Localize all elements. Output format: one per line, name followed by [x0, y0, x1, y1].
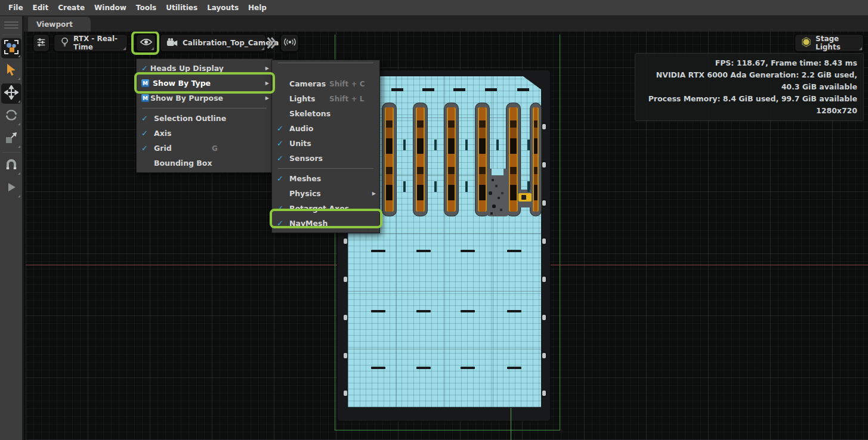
- menu-item-show-by-purpose[interactable]: M Show By Purpose ▶: [137, 91, 273, 106]
- left-toolbar: [0, 16, 24, 440]
- aisle-mark: [527, 181, 530, 192]
- stage-lights-button[interactable]: Stage Lights: [795, 34, 864, 52]
- menu-item-selection-outline[interactable]: ✓ Selection Outline: [137, 111, 273, 126]
- menu-item-show-by-type[interactable]: M Show By Type ▶: [137, 76, 273, 91]
- floor-dash: [416, 367, 431, 369]
- magnet-icon: [4, 157, 18, 174]
- mixed-state-icon: M: [141, 94, 149, 102]
- aisle-mark: [403, 181, 406, 192]
- hud-fps-line: FPS: 118.67, Frame time: 8.43 ms: [641, 57, 857, 69]
- viewport-settings-button[interactable]: [33, 34, 50, 52]
- move-tool-button[interactable]: [1, 83, 21, 104]
- wall-post: [542, 315, 546, 320]
- check-icon: ✓: [277, 204, 283, 213]
- shortcut-label: G: [212, 144, 269, 153]
- wall-post: [344, 315, 347, 320]
- check-icon: ✓: [141, 129, 148, 138]
- menu-item-grid[interactable]: ✓ Grid G: [137, 141, 273, 156]
- selection-mode-tool-button[interactable]: [1, 38, 21, 58]
- camera-select-button[interactable]: Calibration_Top_Camera: [160, 34, 266, 52]
- floor-dash: [461, 250, 475, 252]
- floor-dash: [416, 310, 431, 312]
- menu-separator: [143, 108, 267, 109]
- floor-dash: [371, 310, 385, 312]
- menu-separator: [278, 168, 373, 169]
- floor-dash: [507, 310, 521, 312]
- cursor-icon: [4, 63, 18, 79]
- menu-window[interactable]: Window: [89, 4, 131, 12]
- menu-tools[interactable]: Tools: [131, 4, 161, 12]
- aisle-mark: [434, 140, 437, 150]
- wall-post: [344, 277, 347, 282]
- aisle-mark: [403, 140, 406, 150]
- menu-bar: File Edit Create Window Tools Utilities …: [0, 0, 868, 16]
- floor-dash: [453, 88, 465, 91]
- scattered-objects: [492, 179, 494, 181]
- hud-memory-line: Process Memory: 8.4 GiB used, 99.7 GiB a…: [641, 93, 857, 105]
- check-icon: ✓: [277, 154, 283, 163]
- wall-post: [542, 353, 546, 358]
- play-button[interactable]: [1, 178, 21, 199]
- snap-tool-button[interactable]: [1, 156, 21, 176]
- move-icon: [4, 85, 18, 102]
- wall-post: [344, 238, 347, 244]
- aisle-mark: [434, 181, 437, 192]
- rotate-tool-button[interactable]: [1, 106, 21, 126]
- menu-item-heads-up-display[interactable]: ✓ Heads Up Display ▶: [137, 61, 273, 76]
- forklift: [518, 193, 532, 202]
- video-camera-icon: [166, 38, 178, 49]
- submenu-arrow-icon: ▶: [264, 95, 269, 101]
- floor-dash: [422, 88, 434, 91]
- scale-tool-button[interactable]: [1, 129, 21, 149]
- floor-dash: [461, 310, 475, 312]
- check-icon: ✓: [277, 219, 283, 228]
- pallet-rack: [444, 103, 458, 216]
- select-tool-button[interactable]: [1, 61, 21, 81]
- menu-item-audio[interactable]: ✓ Audio: [272, 121, 379, 136]
- tab-viewport[interactable]: Viewport: [28, 17, 91, 32]
- dock-handle-icon[interactable]: [4, 20, 18, 30]
- visibility-button[interactable]: [136, 34, 156, 52]
- menu-help[interactable]: Help: [243, 4, 271, 12]
- menu-utilities[interactable]: Utilities: [161, 4, 202, 12]
- menu-item-retarget-axes[interactable]: ✓ Retarget Axes: [272, 201, 379, 216]
- hud-stats-panel: FPS: 118.67, Frame time: 8.43 ms NVIDIA …: [635, 53, 864, 121]
- stage-lights-label: Stage Lights: [816, 35, 857, 51]
- menu-edit[interactable]: Edit: [28, 4, 54, 12]
- aisle-mark: [527, 140, 530, 150]
- menu-item-cameras[interactable]: Cameras Shift + C: [272, 76, 379, 91]
- submenu-arrow-icon: ▶: [262, 80, 269, 86]
- signal-broadcast-button[interactable]: [280, 34, 299, 52]
- floor-dash: [391, 88, 403, 91]
- menu-item-sensors[interactable]: ✓ Sensors: [272, 151, 379, 166]
- menu-item-bounding-box[interactable]: Bounding Box: [137, 156, 273, 171]
- menu-item-axis[interactable]: ✓ Axis: [137, 126, 273, 141]
- chevron-separator-icon[interactable]: [265, 33, 277, 55]
- camera-frustum-right: [560, 35, 560, 430]
- world-y-axis-line: [511, 408, 511, 440]
- wall-post: [542, 391, 546, 396]
- menu-file[interactable]: File: [4, 4, 28, 12]
- menu-create[interactable]: Create: [53, 4, 89, 12]
- menu-separator: [278, 63, 373, 63]
- omniverse-viewport-window: File Edit Create Window Tools Utilities …: [0, 0, 868, 440]
- aisle-mark: [465, 140, 468, 150]
- camera-label: Calibration_Top_Camera: [183, 39, 279, 47]
- menu-item-lights[interactable]: Lights Shift + L: [272, 91, 379, 106]
- pallet-rack: [413, 103, 427, 216]
- wall-post: [542, 162, 546, 168]
- wall-post: [344, 391, 347, 396]
- menu-item-navmesh[interactable]: ✓ NavMesh: [272, 216, 379, 231]
- floor-dash: [416, 250, 431, 252]
- render-mode-button[interactable]: RTX - Real-Time: [54, 34, 128, 52]
- check-icon: ✓: [277, 124, 283, 133]
- staging-zone-inlet: [492, 169, 503, 175]
- menu-layouts[interactable]: Layouts: [202, 4, 243, 12]
- menu-item-meshes[interactable]: ✓ Meshes: [272, 171, 379, 186]
- menu-item-units[interactable]: ✓ Units: [272, 136, 379, 151]
- menu-item-physics[interactable]: Physics ▶: [272, 186, 379, 201]
- menu-item-skeletons[interactable]: Skeletons: [272, 106, 379, 121]
- wall-post: [542, 277, 546, 282]
- selection-mode-icon: [4, 39, 19, 57]
- floor-dash: [371, 367, 385, 369]
